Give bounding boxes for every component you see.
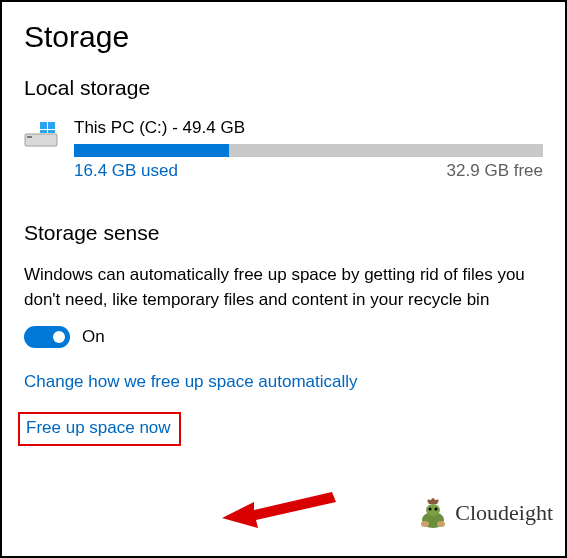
storage-sense-heading: Storage sense (24, 221, 543, 245)
svg-point-11 (421, 521, 429, 527)
svg-point-12 (437, 521, 445, 527)
arrow-annotation-icon (222, 488, 342, 538)
drive-usage-fill (74, 144, 229, 157)
drive-icon (24, 122, 58, 156)
svg-rect-3 (48, 122, 55, 129)
svg-rect-5 (48, 130, 55, 133)
page-title: Storage (24, 20, 543, 54)
storage-sense-description: Windows can automatically free up space … (24, 263, 543, 312)
drive-used-label: 16.4 GB used (74, 161, 178, 181)
svg-rect-2 (40, 122, 47, 129)
svg-marker-6 (222, 492, 336, 528)
watermark: Cloudeight (415, 496, 553, 530)
svg-point-8 (426, 504, 440, 516)
svg-point-9 (429, 508, 432, 511)
svg-rect-1 (27, 136, 32, 138)
toggle-knob (53, 331, 65, 343)
storage-sense-toggle[interactable] (24, 326, 70, 348)
watermark-text: Cloudeight (455, 500, 553, 526)
svg-point-10 (435, 508, 438, 511)
change-free-up-link[interactable]: Change how we free up space automaticall… (24, 372, 358, 392)
mascot-icon (415, 496, 451, 530)
drive-row[interactable]: This PC (C:) - 49.4 GB 16.4 GB used 32.9… (24, 118, 543, 181)
svg-rect-0 (25, 134, 57, 146)
free-up-now-link[interactable]: Free up space now (18, 412, 181, 446)
svg-rect-4 (40, 130, 47, 133)
toggle-state-label: On (82, 327, 105, 347)
drive-usage-bar (74, 144, 543, 157)
drive-free-label: 32.9 GB free (447, 161, 543, 181)
drive-name: This PC (C:) - 49.4 GB (74, 118, 543, 138)
local-storage-heading: Local storage (24, 76, 543, 100)
